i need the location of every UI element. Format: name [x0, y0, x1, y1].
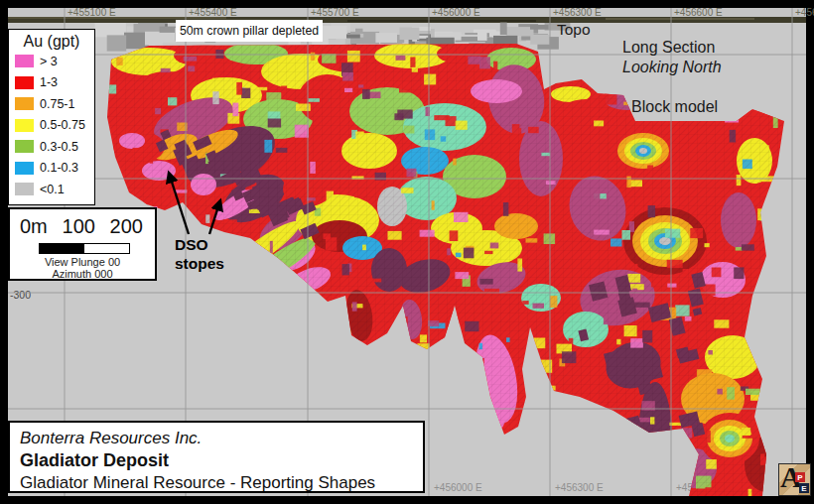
dso-stopes-label: DSO stopes — [175, 235, 224, 273]
azimuth-label: Azimuth 000 — [10, 268, 155, 280]
legend-label: 1-3 — [40, 75, 58, 89]
logo-letter-e: E — [799, 483, 809, 493]
looking-north-label: Looking North — [622, 59, 722, 76]
legend-swatch — [15, 119, 34, 132]
legend-label: 0.1-0.3 — [40, 161, 78, 175]
company-name: Bonterra Resources Inc. — [20, 428, 413, 449]
dso-line2: stopes — [175, 254, 224, 273]
legend-label: 0.75-1 — [40, 97, 74, 111]
grade-legend: Au (gpt) > 3 1-3 0.75-1 0.5-0.75 0.3-0.5… — [8, 29, 95, 205]
legend-swatch — [15, 55, 34, 67]
axis-label-top: +455100 E — [68, 7, 116, 18]
legend-item: 0.5-0.75 — [9, 115, 94, 137]
legend-item: 0.1-0.3 — [9, 158, 94, 180]
view-plunge-label: View Plunge 00 — [10, 256, 155, 268]
legend-swatch — [15, 183, 34, 195]
legend-label: 0.3-0.5 — [40, 140, 78, 154]
block-model-label: Block model — [631, 98, 718, 116]
axis-label-top: +455700 E — [311, 7, 359, 18]
scale-tick-200: 200 — [110, 215, 143, 238]
section-figure: +455100 E +455400 E +455700 E +456000 E … — [0, 0, 814, 504]
legend-swatch — [15, 162, 34, 175]
scale-box: 0m 100 200 View Plunge 00 Azimuth 000 — [8, 207, 157, 281]
axis-label-top: +456900 E — [795, 7, 814, 18]
legend-item: <0.1 — [9, 179, 94, 200]
legend-swatch — [15, 140, 34, 153]
figure-subtitle: Gladiator Mineral Resource - Reporting S… — [20, 472, 413, 494]
logo-letter-p: P — [795, 472, 805, 482]
legend-label: > 3 — [40, 55, 58, 68]
axis-label-top: +456600 E — [674, 7, 723, 18]
topo-label: Topo — [557, 21, 591, 39]
axis-label-top: +456000 E — [432, 7, 480, 18]
scale-tick-0: 0m — [20, 215, 48, 238]
legend-item: 0.75-1 — [9, 93, 94, 115]
legend-item: > 3 — [9, 51, 94, 72]
long-section-label: Long Section — [622, 39, 715, 57]
scale-ticks: 0m 100 200 — [10, 209, 155, 238]
software-logo: A P E — [778, 463, 811, 496]
crown-pillar-note: 50m crown pillar depleted — [176, 20, 323, 42]
axis-label-elevation: -300 — [10, 289, 31, 301]
legend-item: 0.3-0.5 — [9, 136, 94, 158]
axis-label-bottom: +456000 E — [434, 482, 482, 493]
scale-bar — [39, 243, 130, 254]
deposit-name: Gladiator Deposit — [20, 449, 413, 472]
legend-label: 0.5-0.75 — [40, 118, 85, 132]
legend-swatch — [15, 97, 34, 110]
dso-line1: DSO — [175, 235, 224, 254]
title-box: Bonterra Resources Inc. Gladiator Deposi… — [8, 421, 425, 493]
axis-label-bottom: +456300 E — [555, 482, 604, 493]
legend-title: Au (gpt) — [9, 33, 94, 51]
legend-item: 1-3 — [9, 72, 94, 94]
axis-label-top: +455400 E — [189, 7, 237, 18]
axis-label-top: +456300 E — [553, 7, 602, 18]
legend-label: <0.1 — [40, 183, 65, 196]
scale-tick-100: 100 — [63, 215, 95, 238]
legend-swatch — [15, 76, 34, 89]
